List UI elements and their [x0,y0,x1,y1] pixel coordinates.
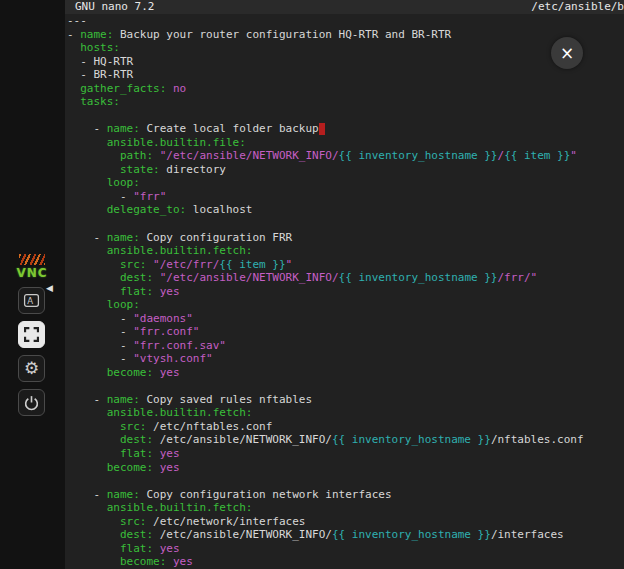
code-segment: name: [107,488,140,501]
code-segment: Copy configuration network interfaces [140,488,392,501]
editor-line: loop: [67,176,624,190]
code-segment: - HQ-RTR [67,55,133,68]
code-segment [67,244,107,257]
code-segment [67,542,120,555]
editor-line: become: yes [67,461,624,475]
editor-line: dest: /etc/ansible/NETWORK_INFO/{{ inven… [67,433,624,447]
code-segment [67,136,107,149]
code-segment: - [67,312,133,325]
editor-line: gather_facts: no [67,82,624,96]
code-segment: - [67,352,133,365]
code-segment [67,149,120,162]
code-segment: " [286,258,293,271]
editor-line: - "frr.conf" [67,325,624,339]
code-segment: - BR-RTR [67,68,133,81]
power-button[interactable] [18,389,45,416]
code-segment [67,406,107,419]
code-segment [67,95,80,108]
code-segment: delegate_to: [107,203,186,216]
terminal-window[interactable]: GNU nano 7.2 /etc/ansible/b ---- name: B… [65,0,624,569]
code-segment [153,542,160,555]
code-segment [67,515,120,528]
code-segment [153,149,160,162]
screen: { "window": { "titlebar": { "app_title":… [0,0,624,569]
editor-line: become: yes [67,555,624,569]
nano-file-path: /etc/ansible/b [531,0,624,14]
code-segment: src: [120,258,147,271]
vnc-logo-text: VNC [16,266,47,280]
code-segment [67,298,107,311]
editor-line: loop: [67,298,624,312]
code-segment [166,555,173,568]
code-segment [166,82,173,95]
editor-line: ansible.builtin.fetch: [67,244,624,258]
code-segment: name: [80,28,113,41]
editor-line: tasks: [67,95,624,109]
code-segment: ansible.builtin.fetch: [107,244,253,257]
code-segment: dest: [120,528,153,541]
editor-line: ansible.builtin.fetch: [67,501,624,515]
code-segment: yes [160,366,180,379]
code-segment: flat: [120,447,153,460]
code-segment: {{ inventory_hostname }} [332,433,491,446]
editor-line: hosts: [67,41,624,55]
code-segment: name: [107,393,140,406]
code-segment: "daemons" [133,312,193,325]
code-segment: - [67,231,107,244]
vnc-logo-stripes-icon [19,254,45,265]
code-segment [67,285,120,298]
code-segment: name: [107,122,140,135]
code-segment: {{ inventory_hostname }} [332,528,491,541]
code-segment [67,461,107,474]
editor-line: flat: yes [67,447,624,461]
editor-content[interactable]: ---- name: Backup your router configurat… [65,14,624,569]
code-segment: no [173,82,186,95]
editor-line [67,474,624,488]
code-segment: yes [160,461,180,474]
control-bar-handle[interactable]: ◀ [46,283,53,293]
code-segment [67,555,120,568]
keyboard-icon: A [23,292,40,309]
code-segment: Create local folder backup [140,122,319,135]
code-segment: ansible.builtin.fetch: [107,406,253,419]
settings-button[interactable]: ⚙ [18,355,45,382]
code-segment: /nftables.conf [491,433,584,446]
code-segment: become: [120,555,166,568]
svg-text:A: A [27,296,33,306]
code-segment: - [67,488,107,501]
code-segment [153,447,160,460]
editor-line: - name: Copy configuration network inter… [67,488,624,502]
code-segment [67,528,120,541]
code-segment: hosts: [80,41,120,54]
code-segment [67,203,107,216]
editor-line [67,379,624,393]
code-segment: flat: [120,542,153,555]
fullscreen-button[interactable] [18,321,45,348]
close-button[interactable]: × [551,37,583,69]
editor-line: src: /etc/nftables.conf [67,420,624,434]
code-segment: yes [173,555,193,568]
editor-line: - "frr" [67,190,624,204]
code-segment: name: [107,231,140,244]
editor-line: - "frr.conf.sav" [67,339,624,353]
code-segment: --- [67,14,87,27]
code-segment: ansible.builtin.fetch: [107,501,253,514]
code-segment: {{ item }} [219,258,285,271]
code-segment: "/etc/frr/ [153,258,219,271]
code-segment: /etc/ansible/NETWORK_INFO/ [153,528,332,541]
code-segment: flat: [120,285,153,298]
code-segment: - [67,190,133,203]
code-segment: localhost [186,203,252,216]
close-icon: × [560,43,574,63]
code-segment: path: [120,149,153,162]
editor-line: dest: "/etc/ansible/NETWORK_INFO/{{ inve… [67,271,624,285]
code-segment: yes [160,447,180,460]
editor-line: flat: yes [67,542,624,556]
code-segment: - [67,393,107,406]
editor-line: - name: Backup your router configuration… [67,28,624,42]
editor-line: - name: Copy configuration FRR [67,231,624,245]
code-segment: "frr.conf.sav" [133,339,226,352]
nano-app-title: GNU nano 7.2 [75,0,154,14]
keyboard-button[interactable]: A [18,287,45,314]
editor-line: dest: /etc/ansible/NETWORK_INFO/{{ inven… [67,528,624,542]
